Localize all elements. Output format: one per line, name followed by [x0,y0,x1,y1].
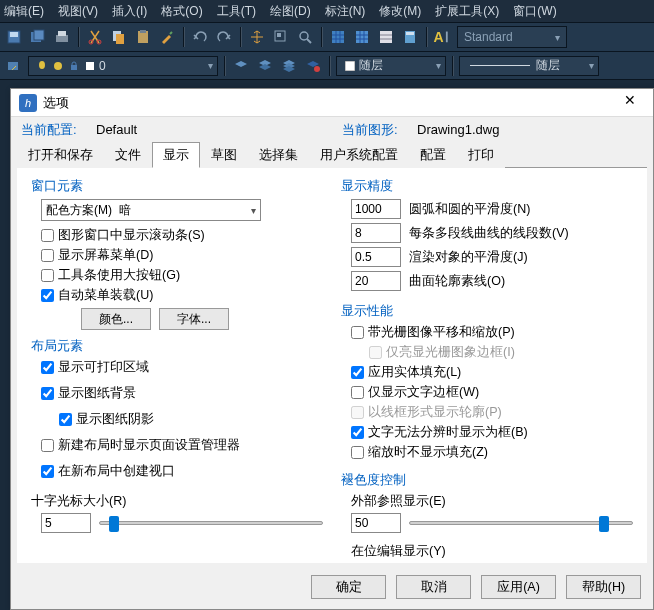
tab-files[interactable]: 文件 [104,142,152,168]
layer-combo[interactable]: 0 [28,56,218,76]
layer-lock-icon [67,59,81,73]
text-style-icon[interactable]: A▎ [433,26,453,48]
linetype-combo[interactable]: 随层 [459,56,599,76]
chk-autoload-menu[interactable]: 自动菜单装载(U) [41,287,323,304]
tab-open-save[interactable]: 打开和保存 [17,142,104,168]
svg-rect-26 [345,61,355,71]
chk-page-setup[interactable]: 新建布局时显示页面设置管理器 [41,437,323,454]
chk-large-buttons[interactable]: 工具条使用大按钮(G) [41,267,323,284]
drawing-label: 当前图形: [342,121,417,139]
menu-draw[interactable]: 绘图(D) [270,3,311,20]
grid1-icon[interactable] [328,26,348,48]
chk-text-frame[interactable]: 仅显示文字边框(W) [351,384,633,401]
cut-icon[interactable] [85,26,105,48]
tab-display[interactable]: 显示 [152,142,200,168]
calc-icon[interactable] [400,26,420,48]
color-combo[interactable]: 随层 [336,56,446,76]
tab-print[interactable]: 打印 [457,142,505,168]
layer4-icon[interactable] [303,55,323,77]
color-scheme-combo[interactable]: 配色方案(M) 暗 [41,199,261,221]
svg-rect-24 [86,62,94,70]
menu-edit[interactable]: 编辑(E) [4,3,44,20]
saveall-icon[interactable] [28,26,48,48]
section-layout-elements: 布局元素 [31,338,323,355]
menu-modify[interactable]: 修改(M) [379,3,421,20]
cancel-button[interactable]: 取消 [396,575,471,599]
render-smooth-input[interactable] [351,247,401,267]
arc-smooth-label: 圆弧和圆的平滑度(N) [409,201,530,218]
paste-icon[interactable] [133,26,153,48]
xref-fade-input[interactable] [351,513,401,533]
dialog-body: 窗口元素 配色方案(M) 暗 图形窗口中显示滚动条(S) 显示屏幕菜单(D) 工… [17,168,647,563]
pan-icon[interactable] [247,26,267,48]
grid2-icon[interactable] [352,26,372,48]
tab-strip: 打开和保存 文件 显示 草图 选择集 用户系统配置 配置 打印 [17,141,647,168]
zoom-window-icon[interactable] [271,26,291,48]
chk-wire-silh: 以线框形式显示轮廓(P) [351,404,633,421]
properties-icon[interactable] [376,26,396,48]
help-button[interactable]: 帮助(H) [566,575,641,599]
toolbar-main: A▎ Standard ▾ [0,22,654,52]
chk-zoom-fill[interactable]: 缩放时不显示填充(Z) [351,444,633,461]
menu-ext[interactable]: 扩展工具(X) [435,3,499,20]
tab-selection[interactable]: 选择集 [248,142,309,168]
zoom-icon[interactable] [295,26,315,48]
menu-window[interactable]: 窗口(W) [513,3,556,20]
chk-create-viewport[interactable]: 在新布局中创建视口 [41,463,323,480]
chk-raster-frame: 仅亮显光栅图象边框(I) [369,344,633,361]
menu-bar: 编辑(E) 视图(V) 插入(I) 格式(O) 工具(T) 绘图(D) 标注(N… [0,0,654,22]
crosshair-input[interactable] [41,513,91,533]
layer1-icon[interactable] [231,55,251,77]
app-icon: h [19,94,37,112]
chk-scrollbar[interactable]: 图形窗口中显示滚动条(S) [41,227,323,244]
colors-button[interactable]: 颜色... [81,308,151,330]
matchprop-icon[interactable] [157,26,177,48]
chk-paper-shadow[interactable]: 显示图纸阴影 [59,411,323,428]
chk-text-box[interactable]: 文字无法分辨时显示为框(B) [351,424,633,441]
textstyle-combo[interactable]: Standard ▾ [457,26,567,48]
section-fade: 褪色度控制 [341,472,633,489]
arc-smooth-input[interactable] [351,199,401,219]
undo-icon[interactable] [190,26,210,48]
render-smooth-label: 渲染对象的平滑度(J) [409,249,528,266]
layer-freeze-icon [51,59,65,73]
surf-contour-label: 曲面轮廓素线(O) [409,273,505,290]
menu-dim[interactable]: 标注(N) [325,3,366,20]
chk-raster-pan[interactable]: 带光栅图像平移和缩放(P) [351,324,633,341]
crosshair-slider[interactable] [99,521,323,525]
drawing-value: Drawing1.dwg [417,122,499,137]
xref-fade-slider[interactable] [409,521,633,525]
svg-rect-13 [277,33,281,37]
save-icon[interactable] [4,26,24,48]
print-icon[interactable] [52,26,72,48]
apply-button[interactable]: 应用(A) [481,575,556,599]
fonts-button[interactable]: 字体... [159,308,229,330]
tab-user[interactable]: 用户系统配置 [309,142,409,168]
tab-profile[interactable]: 配置 [409,142,457,168]
chk-screen-menu[interactable]: 显示屏幕菜单(D) [41,247,323,264]
layer3-icon[interactable] [279,55,299,77]
redo-icon[interactable] [214,26,234,48]
svg-rect-5 [58,31,66,36]
menu-insert[interactable]: 插入(I) [112,3,147,20]
menu-format[interactable]: 格式(O) [161,3,202,20]
copy-icon[interactable] [109,26,129,48]
close-button[interactable]: ✕ [615,92,645,114]
chk-printable-area[interactable]: 显示可打印区域 [41,359,323,376]
chk-solid-fill[interactable]: 应用实体填充(L) [351,364,633,381]
tab-drafting[interactable]: 草图 [200,142,248,168]
layer2-icon[interactable] [255,55,275,77]
ok-button[interactable]: 确定 [311,575,386,599]
svg-point-21 [39,61,45,69]
right-column: 显示精度 圆弧和圆的平滑度(N) 每条多段线曲线的线段数(V) 渲染对象的平滑度… [341,178,633,557]
chk-paper-bg[interactable]: 显示图纸背景 [41,385,323,402]
menu-view[interactable]: 视图(V) [58,3,98,20]
pline-seg-input[interactable] [351,223,401,243]
menu-tools[interactable]: 工具(T) [217,3,256,20]
options-dialog: h 选项 ✕ 当前配置: Default 当前图形: Drawing1.dwg … [10,88,654,610]
layer-match-icon[interactable] [4,55,24,77]
svg-rect-3 [34,30,44,40]
svg-point-25 [314,66,320,72]
surf-contour-input[interactable] [351,271,401,291]
layer-toolbar: 0 随层 随层 [0,52,654,80]
